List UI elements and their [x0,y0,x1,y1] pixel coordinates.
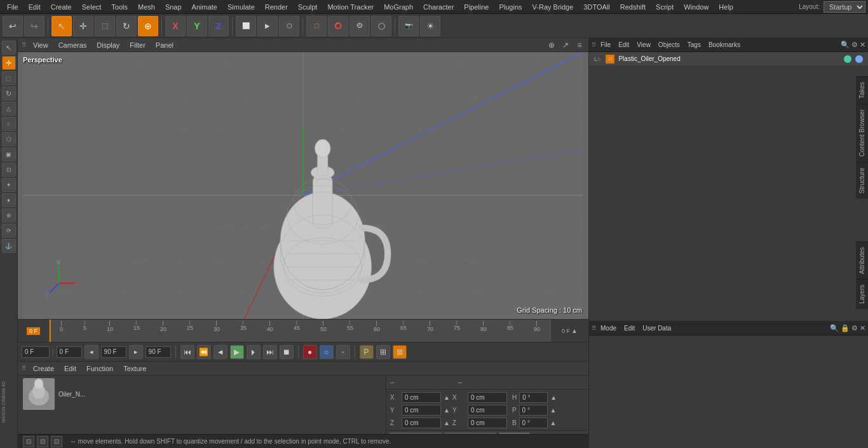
bottom-menu-function[interactable]: Function [84,363,116,374]
viewport-lock-icon[interactable]: ⊕ [546,40,557,50]
viewport-3d[interactable]: X Y Z Perspective Grid Spacing : 10 cm [18,52,588,319]
layout-select[interactable]: Startup [824,1,865,13]
right-tab-tags[interactable]: Tags [685,40,703,50]
right-tab-view[interactable]: View [634,40,653,50]
light-button[interactable]: ☀ [420,16,440,36]
menu-edit[interactable]: Edit [24,2,45,12]
viewport-menu-display[interactable]: Display [94,40,122,50]
motion-path-btn[interactable]: P [360,345,374,359]
keyframe-btn[interactable]: ○ [320,345,334,359]
attr-search-icon[interactable]: 🔍 [830,324,839,332]
right-tab-edit[interactable]: Edit [616,40,632,50]
start-frame-field[interactable] [57,346,82,358]
menu-tools[interactable]: Tools [107,2,132,12]
vtab-layers[interactable]: Layers [856,279,868,309]
coord-p-up[interactable]: ▲ [550,407,557,414]
menu-character[interactable]: Character [419,2,458,12]
sidebar-8[interactable]: ▣ [2,147,16,161]
right-drag-handle[interactable]: ⠿ [592,41,595,48]
viewport-menu-panel[interactable]: Panel [153,40,176,50]
sidebar-rotate[interactable]: ↻ [2,86,16,100]
right-tab-bookmarks[interactable]: Bookmarks [706,40,743,50]
viewport-menu-cameras[interactable]: Cameras [56,40,90,50]
sidebar-move[interactable]: ✛ [2,56,16,70]
bottom-menu-edit[interactable]: Edit [62,363,79,374]
status-icon-3[interactable]: ⊡ [51,436,62,447]
current-frame-field[interactable] [22,346,50,358]
sidebar-11[interactable]: ♦ [2,193,16,207]
sidebar-14[interactable]: ⚓ [2,239,16,253]
attr-tab-mode[interactable]: Mode [598,323,619,333]
select-tool-button[interactable]: ↖ [51,16,72,36]
end-frame-field[interactable] [101,346,126,358]
points-mode-button[interactable]: ⭕ [328,16,348,36]
range-end-field[interactable] [146,346,171,358]
prev-frame-btn[interactable]: ⏪ [197,345,211,359]
undo-button[interactable]: ↩ [3,16,23,36]
menu-vray[interactable]: V-Ray Bridge [528,2,578,12]
coord-h-up[interactable]: ▲ [550,394,557,401]
timeline-track[interactable]: 0 5 10 15 20 25 30 35 40 45 50 [50,320,550,342]
bottom-menu-texture[interactable]: Texture [121,363,149,374]
grid-btn[interactable]: ⊞ [376,345,390,359]
menu-mesh[interactable]: Mesh [133,2,159,12]
animate-btn[interactable]: ⊠ [393,345,407,359]
vtab-attributes[interactable]: Attributes [856,241,868,279]
go-end-btn[interactable]: ⏭ [263,345,277,359]
menu-snap[interactable]: Snap [161,2,186,12]
right-search-icon[interactable]: 🔍 [841,41,850,49]
auto-key-btn[interactable]: ◦ [336,345,350,359]
viewport-settings-icon[interactable]: ≡ [574,40,585,50]
menu-mograph[interactable]: MoGraph [379,2,417,12]
render-all-button[interactable]: ⬡ [279,16,299,36]
redo-button[interactable]: ↪ [24,16,44,36]
coord-x-up[interactable]: ▲ [444,394,450,401]
sidebar-13[interactable]: ⟳ [2,224,16,238]
viewport-expand-icon[interactable]: ↗ [560,40,571,50]
attr-lock-icon[interactable]: 🔒 [841,324,850,332]
menu-script[interactable]: Script [651,2,678,12]
timeline-expand-btn[interactable]: ▲ [571,327,578,334]
render-region-button[interactable]: ⬜ [236,16,256,36]
object-vis-dot-blue[interactable] [855,55,863,63]
sidebar-scale[interactable]: ⬚ [2,71,16,85]
menu-help[interactable]: Help [714,2,738,12]
object-row-oiler[interactable]: L○ □ Plastic_Oiler_Opened [589,52,868,66]
texture-thumbnail[interactable] [23,378,55,410]
attr-tab-edit[interactable]: Edit [621,323,637,333]
menu-select[interactable]: Select [78,2,106,12]
menu-3dtoall[interactable]: 3DTOAll [579,2,614,12]
status-icon-2[interactable]: ⊡ [37,436,48,447]
record-btn[interactable]: ● [303,345,317,359]
menu-simulate[interactable]: Simulate [223,2,259,12]
play-btn[interactable]: ▶ [230,345,244,359]
menu-animate[interactable]: Animate [187,2,222,12]
right-close-icon[interactable]: ✕ [860,41,865,49]
right-tab-objects[interactable]: Objects [656,40,682,50]
coord-h-val[interactable] [519,392,548,403]
next-frame-btn[interactable]: ⏵ [247,345,261,359]
end-arrow-btn[interactable]: ► [129,345,143,359]
menu-window[interactable]: Window [679,2,713,12]
menu-motion-tracker[interactable]: Motion Tracker [323,2,378,12]
sidebar-7[interactable]: ⬡ [2,132,16,146]
sidebar-5[interactable]: △ [2,102,16,116]
coord-b-up[interactable]: ▲ [550,419,557,426]
edges-mode-button[interactable]: ⭗ [349,16,370,36]
object-mode-button[interactable]: ⬡ [306,16,327,36]
coord-z-pos[interactable] [402,417,441,428]
status-icon-1[interactable]: ⊡ [23,436,34,447]
right-settings-icon[interactable]: ⚙ [851,41,858,49]
scale-tool-button[interactable]: ⬚ [95,16,115,36]
sidebar-10[interactable]: ✦ [2,178,16,192]
coord-b-val[interactable] [519,417,548,428]
render-active-button[interactable]: ▶ [257,16,278,36]
poly-mode-button[interactable]: ◯ [371,16,391,36]
attr-settings-icon[interactable]: ⚙ [851,324,858,332]
timeline-area[interactable]: 0 F 0 5 10 15 20 25 [18,319,588,342]
sidebar-9[interactable]: ⊡ [2,163,16,177]
sidebar-6[interactable]: ○ [2,117,16,131]
attr-tab-userdata[interactable]: User Data [640,323,674,333]
x-axis-button[interactable]: X [165,16,186,36]
move-tool-button[interactable]: ✛ [73,16,93,36]
